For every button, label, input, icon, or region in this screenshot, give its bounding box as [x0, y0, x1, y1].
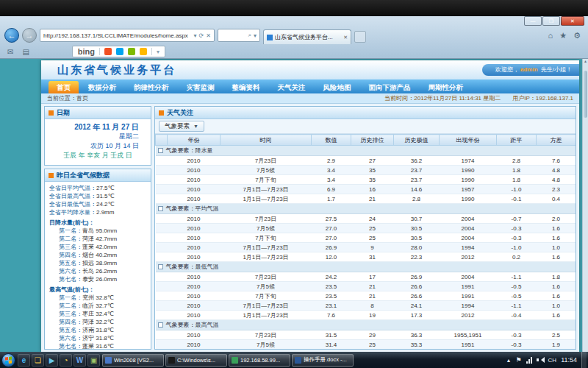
cell: 1.6 [537, 224, 576, 233]
browser-tab[interactable]: 山东省气候业务平台... ✕ [263, 29, 351, 44]
cell: 0.2 [497, 252, 537, 262]
climate-rank-item: 第五名：招远 38.9mm [49, 259, 148, 267]
chrome-icon[interactable]: ◔ [60, 354, 72, 367]
nav-item-9[interactable]: 周期性分析 [420, 81, 472, 93]
cell: 26.9 [394, 272, 440, 282]
home-icon[interactable]: ⌂ [548, 31, 553, 40]
bing-tool-icon-3[interactable] [128, 48, 135, 55]
clock[interactable]: 11:54 [561, 356, 577, 364]
volume-icon[interactable] [537, 356, 544, 364]
close-button[interactable]: ✕ [561, 16, 584, 26]
table-group-row[interactable]: 气象要素：平均气温 [156, 204, 576, 214]
cell: 2010 [168, 194, 220, 204]
cell: 27.0 [312, 224, 351, 233]
minimize-button[interactable]: — [524, 16, 542, 26]
group-label: 气象要素：平均气温 [166, 205, 219, 212]
search-box[interactable]: ⌕ ▾ [218, 29, 260, 42]
nav-item-4[interactable]: 灾害监测 [179, 81, 223, 93]
dropdown-arrow-icon[interactable]: ▾ [194, 32, 197, 39]
bing-tool-icon-1[interactable] [104, 48, 112, 55]
element-filter-button[interactable]: 气象要素 ▼ [159, 121, 204, 132]
taskbar-app-1[interactable]: Win2008 [VS2... [102, 354, 164, 367]
bing-logo[interactable]: bing [78, 47, 95, 56]
collapse-icon[interactable] [158, 322, 163, 328]
new-tab-button[interactable] [354, 31, 366, 43]
maximize-button[interactable]: ❐ [542, 16, 560, 26]
table-group-row[interactable]: 气象要素：最高气温 [156, 320, 576, 330]
action-center-flag-icon[interactable]: ⚑ [516, 357, 522, 364]
collapse-icon[interactable] [158, 206, 163, 211]
tools-gear-icon[interactable]: ⚙ [573, 31, 581, 40]
collapse-icon[interactable] [158, 264, 163, 269]
cell: 1990 [440, 166, 497, 175]
nav-item-5[interactable]: 整编资料 [224, 81, 268, 93]
remote-desktop-icon[interactable]: ▣ [87, 354, 100, 367]
page-scrollbar[interactable]: ▲ [582, 59, 588, 352]
favorites-star-icon[interactable]: ★ [559, 31, 567, 40]
browser-viewport: 山东省气候业务平台 欢迎您，admin 先生/小姐！ 首页数据分析韵律性分析灾害… [0, 59, 588, 352]
nav-item-1[interactable]: 首页 [49, 81, 79, 93]
cell: 1994 [440, 301, 497, 311]
page-header: 山东省气候业务平台 欢迎您，admin 先生/小姐！ [41, 60, 579, 79]
start-button[interactable] [1, 353, 15, 367]
collapse-icon[interactable] [158, 148, 163, 153]
language-indicator[interactable]: CH [548, 357, 557, 364]
row-select [156, 243, 168, 252]
search-icon[interactable]: ⌕ [248, 32, 251, 39]
forward-button[interactable]: → [22, 28, 37, 43]
row-select [156, 166, 168, 175]
word-icon[interactable]: W [74, 354, 86, 367]
internet-explorer-icon[interactable]: e [18, 354, 30, 367]
file-explorer-icon[interactable]: ❏ [32, 354, 44, 367]
cell: 7月5候 [220, 224, 312, 233]
stop-icon[interactable]: ✕ [206, 32, 211, 39]
print-icon[interactable]: ▤ [22, 48, 29, 56]
refresh-icon[interactable]: ⟳ [199, 32, 204, 39]
bing-tool-icon-2[interactable] [116, 48, 123, 55]
url-text[interactable]: http://192.168.137.1/SLCCLIMATE/modules/… [43, 32, 192, 39]
network-icon[interactable] [526, 357, 532, 364]
app-icon [168, 357, 175, 364]
table-group-row[interactable]: 气象要素：最低气温 [156, 262, 576, 272]
bing-options-icon[interactable]: ▾ [157, 49, 159, 55]
cell: 1994 [440, 243, 497, 252]
tab-close-icon[interactable]: ✕ [343, 35, 348, 40]
back-button[interactable]: ← [4, 28, 19, 43]
cell: 24.1 [394, 301, 440, 311]
bing-tool-icon-4[interactable] [140, 48, 147, 55]
nav-item-3[interactable]: 韵律性分析 [126, 81, 177, 93]
cell: -0.7 [497, 214, 537, 224]
date-line: 2012 年 11 月 27 日 [51, 122, 145, 132]
bing-toolbar[interactable]: bing ▾ [72, 46, 165, 57]
taskbar-app-2[interactable]: C:\Windows\s... [165, 354, 227, 367]
search-dropdown-icon[interactable]: ▾ [254, 32, 257, 39]
table-group-row[interactable]: 气象要素：降水量 [156, 146, 576, 156]
hidden-icons-arrow[interactable]: ▲ [506, 358, 512, 363]
nav-item-8[interactable]: 面向下游产品 [361, 81, 419, 93]
table-header-select [156, 135, 168, 146]
show-desktop-button[interactable] [581, 352, 587, 368]
taskbar-app-4[interactable]: 操作手册.docx -... [292, 354, 354, 367]
climate-panel: 昨日全省气候数据 全省日平均气温：27.5℃全省日最高气温：31.5℃全省日最低… [44, 169, 151, 350]
nav-item-2[interactable]: 数据分析 [80, 81, 124, 93]
taskbar-app-3[interactable]: 192.168.58.99... [229, 354, 290, 367]
cell: -1.0 [497, 243, 537, 252]
scrollbar-thumb[interactable] [584, 71, 587, 118]
nav-item-7[interactable]: 风险地图 [315, 81, 359, 93]
breadcrumb: 当前位置：首页 [47, 94, 88, 102]
cell: 8 [351, 301, 394, 311]
nav-item-6[interactable]: 天气关注 [270, 81, 314, 93]
cell: 23.5 [312, 282, 351, 291]
date-panel: 日期 2012 年 11 月 27 日星期二农历 10 月 14 日壬辰 年 辛… [44, 106, 151, 166]
cell: 2.0 [537, 214, 576, 224]
media-player-icon[interactable]: ▶ [46, 354, 58, 367]
cell: 7月1日—7月23日 [220, 301, 312, 311]
cell: 31 [351, 252, 394, 262]
date-panel-body: 2012 年 11 月 27 日星期二农历 10 月 14 日壬辰 年 辛亥 月… [45, 119, 151, 165]
address-bar[interactable]: http://192.168.137.1/SLCCLIMATE/modules/… [40, 29, 215, 42]
cell: 27.5 [312, 214, 351, 224]
climate-panel-title: 昨日全省气候数据 [57, 171, 110, 180]
cell: 2004 [440, 272, 497, 282]
mail-icon[interactable]: ✉ [7, 48, 13, 56]
cell: 30.7 [394, 214, 440, 224]
